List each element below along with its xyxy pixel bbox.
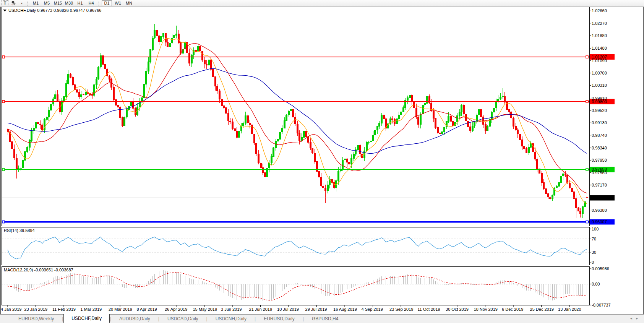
chart-tab-bar: EURUSD,Weekly|USDCHF,Daily|AUDUSD,Daily|… xyxy=(0,314,644,323)
svg-text:11 Oct 2019: 11 Oct 2019 xyxy=(418,307,440,312)
svg-text:30 Oct 2019: 30 Oct 2019 xyxy=(446,307,469,312)
svg-text:25 Dec 2019: 25 Dec 2019 xyxy=(530,307,554,312)
svg-text:15 May 2019: 15 May 2019 xyxy=(193,307,217,312)
svg-text:100: 100 xyxy=(592,227,599,231)
chart-tab-eurusd-daily[interactable]: EURUSD,Daily xyxy=(256,315,302,323)
svg-text:0.99910: 0.99910 xyxy=(592,96,607,101)
chart-tab-usdchf-daily[interactable]: USDCHF,Daily xyxy=(63,314,110,323)
timeframe-button-h4[interactable]: H4 xyxy=(86,0,96,6)
svg-text:6 Dec 2019: 6 Dec 2019 xyxy=(502,307,523,312)
chart-canvas[interactable]: 1.012070.998000.976580.960070.967661.026… xyxy=(0,0,644,323)
styles-palette-icon[interactable] xyxy=(9,0,18,6)
svg-text:23 Jan 2019: 23 Jan 2019 xyxy=(24,307,48,312)
chart-tab-eurusd-weekly[interactable]: EURUSD,Weekly xyxy=(11,315,62,323)
panel-border xyxy=(2,227,590,265)
tab-scroll-left-icon[interactable]: ◂ xyxy=(630,316,636,320)
timeframe-button-m30[interactable]: M30 xyxy=(64,0,74,6)
chart-tab-audusd-daily[interactable]: AUDUSD,Daily xyxy=(112,315,158,323)
svg-text:1.02270: 1.02270 xyxy=(592,21,607,26)
svg-text:16 Aug 2019: 16 Aug 2019 xyxy=(333,307,357,312)
svg-text:4 Sep 2019: 4 Sep 2019 xyxy=(362,307,383,312)
timeframe-button-m1[interactable]: M1 xyxy=(31,0,41,6)
chart-tab-gbpusd-h4[interactable]: GBPUSD,H4 xyxy=(304,315,346,323)
svg-text:10 Jul 2019: 10 Jul 2019 xyxy=(277,307,299,312)
svg-text:18 Nov 2019: 18 Nov 2019 xyxy=(474,307,498,312)
svg-text:0.97950: 0.97950 xyxy=(592,158,607,162)
timeframe-button-m5[interactable]: M5 xyxy=(42,0,52,6)
svg-text:1.01480: 1.01480 xyxy=(592,46,607,50)
chart-tab-usdcnh-daily[interactable]: USDCNH,Daily xyxy=(208,315,254,323)
svg-text:23 Sep 2019: 23 Sep 2019 xyxy=(389,307,413,312)
chevron-down-icon[interactable]: ▾ xyxy=(18,0,25,6)
svg-text:0.98340: 0.98340 xyxy=(592,146,607,150)
svg-text:70: 70 xyxy=(592,237,596,241)
svg-text:8 Apr 2019: 8 Apr 2019 xyxy=(137,307,157,312)
timeframe-button-w1[interactable]: W1 xyxy=(113,0,123,6)
text-tool-button[interactable]: T xyxy=(2,0,8,6)
svg-text:0.96380: 0.96380 xyxy=(592,208,607,213)
svg-text:20 Mar 2019: 20 Mar 2019 xyxy=(109,307,132,312)
timeframe-button-d1[interactable]: D1 xyxy=(102,0,112,6)
panel-border xyxy=(2,7,590,226)
svg-text:21 Jun 2019: 21 Jun 2019 xyxy=(249,307,273,312)
svg-text:29 Jul 2019: 29 Jul 2019 xyxy=(305,307,327,312)
svg-text:0.97170: 0.97170 xyxy=(592,183,607,187)
svg-text:0.96766: 0.96766 xyxy=(592,196,607,200)
mt4-window: { "toolbar": { "text_tool": "T", "styles… xyxy=(0,0,644,323)
svg-text:0.99130: 0.99130 xyxy=(592,120,607,125)
svg-text:0.97560: 0.97560 xyxy=(592,170,607,175)
svg-text:1 Mar 2019: 1 Mar 2019 xyxy=(81,307,102,312)
svg-text:1.01880: 1.01880 xyxy=(592,33,607,38)
svg-text:0.99520: 0.99520 xyxy=(592,108,607,113)
svg-text:-0.007737: -0.007737 xyxy=(592,303,611,307)
svg-text:26 Apr 2019: 26 Apr 2019 xyxy=(165,307,187,312)
svg-text:30: 30 xyxy=(592,250,596,255)
timeframe-group: M1M5M15M30H1H4D1W1MN xyxy=(30,0,135,6)
svg-text:11 Feb 2019: 11 Feb 2019 xyxy=(52,307,76,312)
svg-text:0.005986: 0.005986 xyxy=(592,266,609,271)
svg-text:0: 0 xyxy=(592,260,594,265)
toolbar-separator xyxy=(28,1,28,6)
timeframe-button-h1[interactable]: H1 xyxy=(75,0,85,6)
svg-text:4 Jan 2019: 4 Jan 2019 xyxy=(1,307,21,312)
svg-text:3 Jun 2019: 3 Jun 2019 xyxy=(221,307,242,312)
svg-text:1.01090: 1.01090 xyxy=(592,58,607,63)
styles-icon xyxy=(11,1,16,6)
panel-border xyxy=(2,267,590,305)
chart-tab-usdcad-daily[interactable]: USDCAD,Daily xyxy=(160,315,206,323)
svg-text:13 Jan 2020: 13 Jan 2020 xyxy=(558,307,581,312)
macd-label: MACD(12,26,9) -0.003651 -0.003687 xyxy=(4,268,73,272)
svg-text:1.00310: 1.00310 xyxy=(592,83,607,88)
timeframe-button-m15[interactable]: M15 xyxy=(53,0,63,6)
svg-text:0.98740: 0.98740 xyxy=(592,133,607,138)
svg-text:1.00700: 1.00700 xyxy=(592,71,607,75)
svg-text:USDCHF,Daily 0.96773 0.96826 0: USDCHF,Daily 0.96773 0.96826 0.96747 0.9… xyxy=(8,8,101,13)
tab-scroll-arrows[interactable]: ◂▸ xyxy=(630,316,642,320)
timeframe-button-mn[interactable]: MN xyxy=(124,0,134,6)
svg-text:1.02660: 1.02660 xyxy=(592,8,607,13)
toolbar: T ▾ M1M5M15M30H1H4D1W1MN xyxy=(0,0,644,6)
chart-title: USDCHF,Daily 0.96773 0.96826 0.96747 0.9… xyxy=(3,8,101,13)
tabs-container: EURUSD,Weekly|USDCHF,Daily|AUDUSD,Daily|… xyxy=(11,315,346,323)
svg-text:0.00: 0.00 xyxy=(592,282,600,286)
svg-text:0.96007: 0.96007 xyxy=(592,219,607,224)
tab-scroll-right-icon[interactable]: ▸ xyxy=(636,316,642,320)
rsi-label: RSI(14) 39.5894 xyxy=(4,228,35,233)
